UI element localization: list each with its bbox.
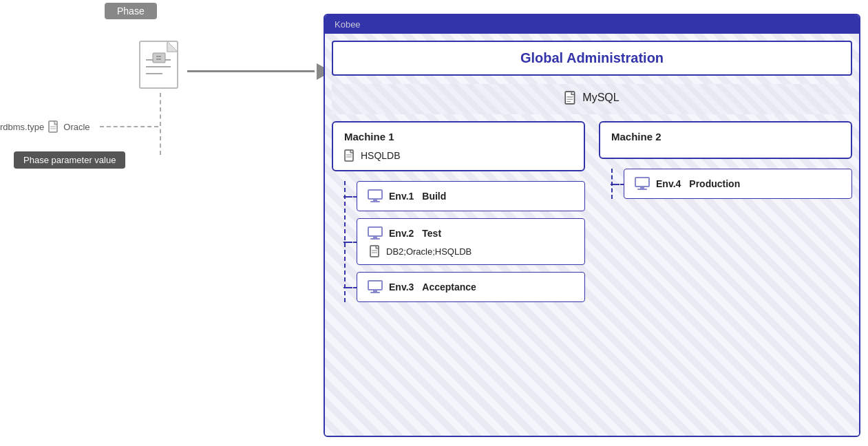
left-panel: Phase rdbms.type [0, 0, 324, 446]
oracle-dotted-line [100, 126, 158, 127]
env3-monitor-icon [367, 279, 383, 295]
svg-rect-19 [373, 199, 377, 201]
doc-small-icon [48, 120, 59, 133]
env1-monitor-icon [367, 189, 383, 204]
kobee-inner: Global Administration MySQL Machine 1 [325, 34, 859, 437]
phase-to-kobee-arrow [187, 61, 332, 81]
env1-name: Build [422, 191, 446, 202]
svg-rect-29 [370, 292, 380, 293]
env2-db-row: DB2;Oracle;HSQLDB [367, 245, 575, 257]
env4-box: Env.4 Production [624, 169, 852, 199]
env4-monitor-icon [634, 176, 650, 191]
env2-db-icon [370, 245, 381, 257]
mysql-label: MySQL [582, 92, 619, 104]
env1-id: Env.1 [389, 191, 414, 202]
global-admin-box: Global Administration [332, 41, 852, 76]
machine2-title: Machine 2 [611, 131, 840, 142]
phase-document-icon [136, 38, 184, 93]
svg-rect-27 [368, 281, 382, 290]
svg-rect-20 [370, 201, 380, 202]
svg-rect-23 [370, 238, 380, 240]
machine1-db-row: HSQLDB [344, 149, 573, 162]
machine2-box: Machine 2 [599, 121, 852, 159]
machines-row: Machine 1 HSQLDB [332, 121, 852, 302]
svg-rect-31 [640, 187, 644, 189]
env4-header: Env.4 Production [634, 176, 842, 191]
svg-rect-22 [373, 236, 377, 238]
machine2-container: Machine 2 Env.4 [599, 121, 852, 199]
mysql-row: MySQL [332, 84, 852, 114]
machine1-title: Machine 1 [344, 131, 573, 142]
env3-header: Env.3 Acceptance [367, 279, 575, 295]
env3-box: Env.3 Acceptance [357, 272, 585, 302]
env2-name: Test [422, 228, 441, 239]
svg-rect-21 [368, 227, 382, 236]
env2-monitor-icon [367, 226, 383, 241]
env2-db-label: DB2;Oracle;HSQLDB [386, 246, 472, 257]
env2-id: Env.2 [389, 228, 414, 239]
rdbms-label: rdbms.type Oracle [0, 120, 90, 133]
phase-label: Phase [105, 3, 157, 19]
env2-box: Env.2 Test DB2;Oracle;HSQLDB [357, 218, 585, 265]
env1-box: Env.1 Build [357, 181, 585, 211]
env4-name: Production [689, 178, 740, 189]
svg-rect-32 [637, 189, 647, 190]
svg-rect-18 [368, 190, 382, 199]
kobee-panel: Kobee Global Administration MySQL Machin… [324, 14, 860, 437]
phase-param-dotted-line [160, 93, 161, 155]
mysql-doc-icon [564, 91, 577, 105]
env4-id: Env.4 [656, 178, 681, 189]
env1-connector [345, 196, 357, 198]
machine1-db-icon [344, 149, 355, 162]
kobee-title-bar: Kobee [325, 15, 859, 34]
env1-header: Env.1 Build [367, 189, 575, 204]
env3-connector [345, 287, 357, 288]
phase-param-value-badge: Phase parameter value [14, 151, 125, 169]
env2-header: Env.2 Test [367, 226, 575, 241]
env2-connector [345, 242, 357, 243]
svg-rect-28 [373, 290, 377, 292]
machine1-container: Machine 1 HSQLDB [332, 121, 585, 302]
machine1-env-container: Env.1 Build Env.2 [344, 181, 585, 302]
svg-rect-30 [635, 178, 649, 187]
global-admin-title: Global Administration [520, 50, 664, 65]
machine1-db-label: HSQLDB [361, 150, 401, 161]
machine1-box: Machine 1 HSQLDB [332, 121, 585, 171]
env4-connector [612, 184, 624, 185]
env3-id: Env.3 [389, 282, 414, 293]
svg-rect-5 [153, 53, 165, 63]
env3-name: Acceptance [422, 282, 476, 293]
machine2-env-container: Env.4 Production [611, 169, 852, 199]
